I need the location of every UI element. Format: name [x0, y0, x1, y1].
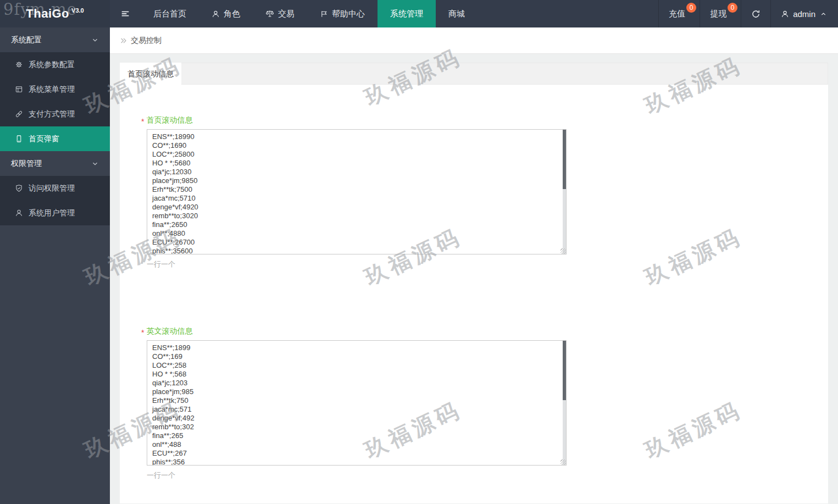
hamburger-icon	[120, 9, 130, 18]
textarea-scrollbar[interactable]	[563, 341, 566, 465]
withdraw-label: 提现	[710, 9, 726, 19]
field-hint: 一行一个	[147, 470, 828, 480]
textarea-scrollbar[interactable]	[563, 130, 566, 254]
sidebar-group-label: 系统配置	[11, 35, 42, 45]
field-label-row: * 英文滚动信息	[141, 326, 828, 336]
nav-item-system-management[interactable]: 系统管理	[378, 0, 436, 27]
recharge-label: 充值	[669, 9, 685, 19]
username: admin	[793, 9, 815, 19]
caret-up-icon	[820, 10, 827, 18]
app-version: V3.0	[71, 7, 84, 14]
field-label: 英文滚动信息	[146, 326, 192, 336]
scrollbar-thumb[interactable]	[563, 341, 566, 400]
field-label: 首页滚动信息	[146, 115, 192, 125]
withdraw-badge: 0	[728, 3, 737, 13]
sidebar-item-label: 系统参数配置	[29, 60, 75, 70]
form: * 首页滚动信息 一行一个	[120, 85, 828, 480]
form-field-english-scroll: * 英文滚动信息 一行一个	[141, 326, 828, 480]
nav-item-label: 系统管理	[390, 9, 423, 19]
window-menu-icon	[15, 85, 23, 93]
sidebar-item-home-popup[interactable]: 首页弹窗	[0, 126, 110, 151]
sidebar-item-payment-methods[interactable]: 支付方式管理	[0, 102, 110, 126]
sidebar-group-system-config[interactable]: 系统配置	[0, 27, 110, 52]
tab-home-scroll-info[interactable]: 首页滚动信息	[120, 63, 181, 87]
resize-grip[interactable]	[560, 248, 566, 254]
main-menu: 后台首页 角色 交易	[141, 0, 478, 27]
field-hint: 一行一个	[147, 259, 828, 269]
navbar-right: 充值 0 提现 0	[658, 0, 838, 27]
field-label-row: * 首页滚动信息	[141, 115, 828, 125]
sidebar-item-access-permissions[interactable]: 访问权限管理	[0, 176, 110, 201]
user-menu[interactable]: admin	[770, 0, 838, 27]
main-body: 首页滚动信息 * 首页滚动信息	[110, 54, 838, 503]
user-icon	[781, 10, 789, 18]
sidebar-submenu-permissions: 访问权限管理 系统用户管理	[0, 176, 110, 225]
flag-icon	[320, 10, 328, 18]
tab-bar: 首页滚动信息	[120, 63, 828, 85]
nav-item-roles[interactable]: 角色	[199, 0, 253, 27]
link-icon	[15, 110, 23, 118]
main-area: 交易控制 首页滚动信息 * 首页滚动信息	[110, 27, 838, 504]
sidebar: 系统配置 系统参数配置	[0, 27, 110, 504]
nav-item-label: 交易	[278, 9, 295, 19]
tab-label: 首页滚动信息	[127, 69, 174, 78]
resize-grip[interactable]	[560, 459, 566, 465]
shield-check-icon	[15, 184, 23, 192]
withdraw-button[interactable]: 提现 0	[700, 0, 741, 27]
gear-icon	[15, 60, 23, 69]
required-asterisk: *	[141, 328, 144, 337]
refresh-button[interactable]	[741, 0, 770, 27]
sidebar-submenu-system-config: 系统参数配置 系统菜单管理	[0, 52, 110, 151]
chevron-down-icon	[91, 36, 99, 44]
refresh-icon	[751, 9, 761, 19]
sidebar-item-label: 支付方式管理	[29, 109, 75, 119]
form-field-home-scroll: * 首页滚动信息 一行一个	[141, 115, 828, 269]
navbar-spacer	[478, 0, 658, 27]
sidebar-item-label: 系统用户管理	[29, 208, 75, 218]
tablet-icon	[15, 135, 23, 143]
nav-item-dashboard[interactable]: 后台首页	[141, 0, 199, 27]
top-navbar: ThaiGo V3.0 后台首页 角色	[0, 0, 838, 27]
nav-item-label: 角色	[224, 9, 240, 19]
textarea-wrap	[147, 129, 567, 254]
app-logo: ThaiGo V3.0	[0, 0, 110, 27]
english-scroll-info-textarea[interactable]	[147, 340, 567, 466]
nav-item-help-center[interactable]: 帮助中心	[307, 0, 378, 27]
double-chevron-icon	[120, 37, 127, 45]
nav-item-trade[interactable]: 交易	[253, 0, 307, 27]
recharge-badge: 0	[686, 3, 696, 13]
sidebar-item-label: 首页弹窗	[29, 134, 59, 144]
sidebar-item-system-params[interactable]: 系统参数配置	[0, 52, 110, 77]
sidebar-group-label: 权限管理	[11, 159, 42, 169]
recharge-button[interactable]: 充值 0	[658, 0, 700, 27]
sidebar-item-label: 访问权限管理	[29, 184, 75, 193]
scrollbar-thumb[interactable]	[563, 130, 566, 189]
sidebar-item-system-users[interactable]: 系统用户管理	[0, 201, 110, 225]
app-name: ThaiGo	[26, 7, 69, 21]
sidebar-item-label: 系统菜单管理	[29, 85, 75, 95]
page: ThaiGo V3.0 后台首页 角色	[0, 0, 838, 504]
sidebar-group-permissions[interactable]: 权限管理	[0, 151, 110, 176]
user-icon	[15, 209, 23, 217]
nav-item-mall[interactable]: 商城	[436, 0, 478, 27]
breadcrumb-label: 交易控制	[131, 36, 162, 46]
chevron-down-icon	[91, 160, 99, 168]
required-asterisk: *	[141, 117, 144, 126]
user-icon	[212, 10, 220, 18]
breadcrumb: 交易控制	[110, 27, 838, 54]
nav-item-label: 帮助中心	[332, 9, 365, 19]
scales-icon	[265, 9, 274, 18]
home-scroll-info-textarea[interactable]	[147, 129, 567, 254]
sidebar-toggle-button[interactable]	[110, 0, 141, 27]
textarea-wrap	[147, 340, 567, 466]
sidebar-item-system-menu[interactable]: 系统菜单管理	[0, 77, 110, 102]
content-card: 首页滚动信息 * 首页滚动信息	[120, 63, 828, 503]
nav-item-label: 后台首页	[153, 9, 186, 19]
nav-item-label: 商城	[448, 9, 465, 19]
